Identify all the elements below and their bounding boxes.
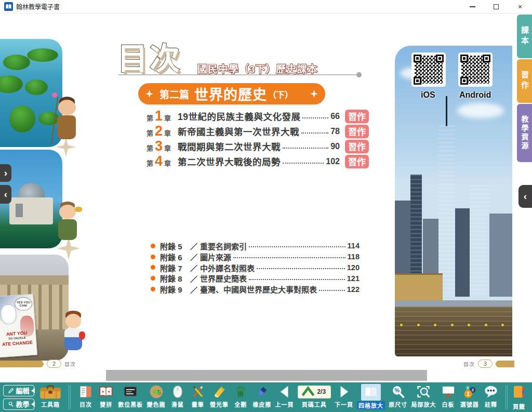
close-button[interactable]: ×	[508, 0, 532, 13]
appendix-title: 世界歷史簡表	[200, 273, 247, 284]
toolbar-item[interactable]: 2/3 頁碼工具	[298, 384, 331, 408]
workbook-badge-button[interactable]: 習作	[345, 155, 369, 168]
toolbar-item[interactable]: % 原尺寸	[389, 384, 407, 408]
toolbar-item[interactable]: 橡皮擦	[252, 384, 271, 408]
dotted-leader	[283, 163, 324, 164]
appendix-label: 附錄 5	[160, 241, 189, 251]
toolbar-item[interactable]: 滑鼠	[169, 384, 186, 408]
page-spread: YES YOU CAN! ANT YOU TO TACKLE ATE CHANG…	[0, 14, 532, 382]
expand-left-panel-button[interactable]: ›	[0, 164, 11, 182]
mouse-icon	[170, 384, 185, 400]
building	[470, 185, 489, 297]
river-buoys	[400, 324, 504, 326]
chapter-title: 第二次世界大戰後的局勢	[178, 155, 281, 168]
toolbar-item[interactable]: 畫筆	[190, 384, 206, 408]
dual-page-icon	[98, 384, 114, 400]
qr-code-ios	[411, 52, 446, 87]
section-part: 第二篇	[159, 87, 189, 101]
chapter-page-number: 90	[330, 142, 340, 151]
left-page-indicator: 2 目次	[0, 360, 76, 368]
dotted-leader	[319, 290, 345, 291]
chapter-title: 新帝國主義與第一次世界大戰	[178, 125, 299, 138]
workbook-badge-button[interactable]: 習作	[345, 110, 369, 123]
toolbar-item[interactable]: 上一頁	[275, 384, 294, 408]
number-picker-icon: 321	[462, 384, 477, 400]
photo-brandenburg-gate: YES YOU CAN! ANT YOU TO TACKLE ATE CHANG…	[0, 255, 69, 361]
toolbar-item[interactable]: 變色龍	[147, 384, 166, 408]
tab-resources[interactable]: 教學資源	[517, 104, 532, 162]
qr-label-android: Android	[459, 90, 491, 100]
bullet-icon	[151, 244, 155, 248]
toolbar-item[interactable]: 數位黑板	[118, 384, 143, 408]
appendix-row[interactable]: 附錄 7 ／ 中外譯名對照表 120	[151, 262, 360, 273]
highlighter-icon	[211, 384, 227, 400]
chameleon-icon	[149, 384, 164, 400]
toolbar-item[interactable]: 局部放大	[411, 384, 436, 408]
svg-text:%: %	[395, 387, 400, 393]
page-subtitle: 國民中學（3下）歷史課本	[197, 61, 318, 75]
toolbar-item[interactable]: 321 選號器	[460, 384, 479, 408]
river	[395, 307, 512, 356]
qr-code-android	[458, 52, 493, 87]
toolbar-item[interactable]: 雙拼	[98, 384, 114, 408]
minimize-icon	[470, 6, 475, 7]
teach-mode-button[interactable]: 教學	[3, 398, 34, 410]
prev-page-icon	[277, 384, 292, 400]
app-logo-icon	[4, 2, 13, 11]
whiteboard-icon	[441, 384, 456, 400]
dotted-leader	[283, 148, 328, 149]
toolbar-item[interactable]: 註釋	[483, 384, 499, 408]
toolbar-item[interactable]: 四格放大	[357, 384, 385, 409]
appendix-row[interactable]: 附錄 8 ／ 世界歷史簡表 121	[151, 273, 360, 284]
appendix-row[interactable]: 附錄 5 ／ 重要名詞索引 114	[151, 241, 360, 251]
appendix-row[interactable]: 附錄 6 ／ 圖片來源 118	[151, 251, 360, 262]
chapter-number: 1	[155, 109, 163, 123]
dotted-leader	[257, 268, 345, 269]
pager-bar	[496, 361, 514, 367]
appendix-title: 重要名詞索引	[200, 241, 247, 251]
tab-textbook[interactable]: 課本	[517, 15, 532, 58]
original-size-icon: %	[390, 384, 406, 400]
minimize-button[interactable]	[460, 0, 484, 13]
chapter-row[interactable]: 第 1 章 19世紀的民族主義與文化發展 66 習作	[147, 109, 369, 124]
maximize-button[interactable]	[484, 0, 508, 13]
svg-text:2: 2	[471, 388, 473, 392]
trash-icon	[233, 384, 248, 400]
chapter-row[interactable]: 第 3 章 戰間期與第二次世界大戰 90 習作	[147, 139, 369, 154]
chapter-row[interactable]: 第 2 章 新帝國主義與第一次世界大戰 78 習作	[147, 124, 369, 139]
toolbar-item[interactable]: 白板	[440, 384, 457, 408]
tower	[438, 125, 455, 297]
next-page-icon	[336, 384, 352, 400]
page-number-input[interactable]: 2/3	[298, 386, 331, 398]
chapter-row[interactable]: 第 4 章 第二次世界大戰後的局勢 102 習作	[147, 154, 369, 169]
title-divider	[118, 74, 357, 75]
collapse-right-panel-button[interactable]: ‹	[518, 185, 532, 208]
app-window: 翰林教學電子書 ×	[0, 0, 532, 412]
climate-poster: YES YOU CAN! ANT YOU TO TACKLE ATE CHANG…	[0, 294, 37, 358]
toolbox-button[interactable]: 工具箱	[35, 382, 65, 412]
workbook-badge-button[interactable]: 習作	[345, 125, 369, 138]
window-title: 翰林教學電子書	[16, 2, 60, 11]
appendix-slash: ／	[190, 273, 197, 284]
section-volume: （下）	[268, 88, 293, 100]
appendix-slash: ／	[190, 262, 197, 273]
toolbar-item[interactable]: 全刪	[232, 384, 249, 408]
toolbar-item[interactable]: 目次	[77, 384, 94, 408]
four-grid-zoom-icon	[361, 384, 381, 401]
appendix-slash: ／	[190, 284, 197, 295]
appendix-row[interactable]: 附錄 9 ／ 臺灣、中國與世界歷史大事對照表 122	[151, 284, 360, 295]
bullet-icon	[151, 265, 155, 270]
page-scrollbar[interactable]	[106, 370, 427, 381]
toolbar-item[interactable]: 下一頁	[335, 384, 353, 408]
workbook-badge-button[interactable]: 習作	[345, 140, 369, 153]
collapse-left-panel-button[interactable]: ‹	[0, 185, 11, 204]
tab-workbook[interactable]: 習作	[517, 59, 532, 103]
character-soldier-kid	[53, 202, 82, 243]
chapter-label: 第 4 章	[147, 154, 178, 168]
right-page-indicator: 目次 3	[463, 360, 514, 368]
appendix-label: 附錄 6	[160, 251, 189, 262]
bullet-icon	[151, 287, 155, 291]
edit-mode-button[interactable]: 編輯	[3, 385, 34, 396]
page-tab-button[interactable]: 頁籤	[510, 382, 531, 412]
toolbar-item[interactable]: 螢光筆	[210, 384, 229, 408]
